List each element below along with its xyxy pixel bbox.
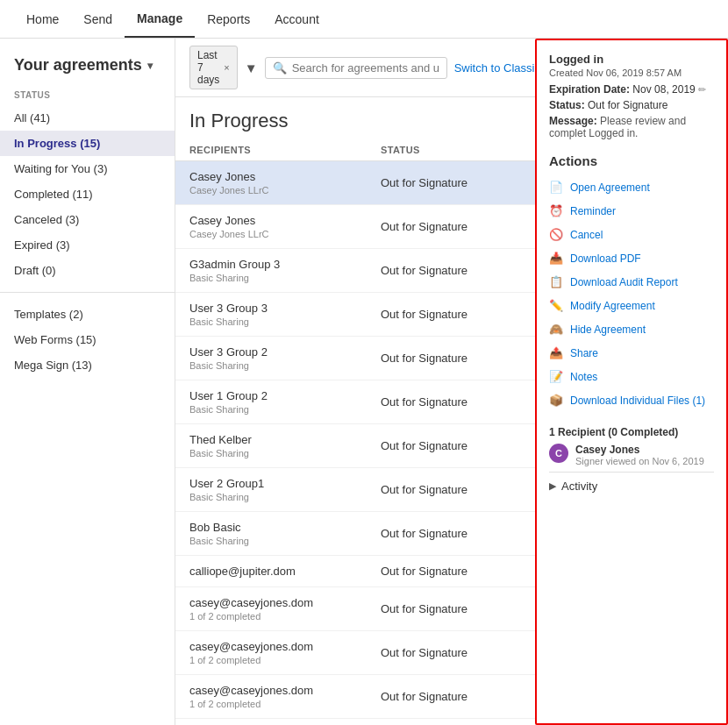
recipient-name: calliope@jupiter.dom — [189, 565, 381, 578]
table-row[interactable]: Thed Kelber Basic Sharing Out for Signat… — [175, 424, 535, 468]
filter-chip: Last 7 days × — [189, 46, 238, 89]
action-item-4[interactable]: 📋 Download Audit Report — [549, 270, 714, 294]
table-row[interactable]: User 2 Group1 Basic Sharing Out for Sign… — [175, 468, 535, 512]
nav-send[interactable]: Send — [71, 2, 125, 37]
sidebar-item-templates[interactable]: Templates (2) — [0, 302, 175, 327]
table-row[interactable]: G3admin Group 3 Basic Sharing Out for Si… — [175, 249, 535, 293]
recipient-sub: Casey Jones LLrC — [189, 229, 381, 239]
table-row[interactable]: casey@caseyjones.dom 1 of 2 completed Ou… — [175, 587, 535, 631]
nav-manage[interactable]: Manage — [125, 1, 195, 38]
sidebar-item-mega-sign[interactable]: Mega Sign (13) — [0, 352, 175, 378]
action-item-6[interactable]: 🙈 Hide Agreement — [549, 317, 714, 341]
table-row[interactable]: User 1 Group 2 Basic Sharing Out for Sig… — [175, 380, 535, 424]
sidebar-item-in-progress[interactable]: In Progress (15) — [0, 131, 175, 156]
status-text: Out for Signature — [381, 646, 521, 659]
table-row[interactable]: casey@caseyjones.dom 1 of 2 completed Ou… — [175, 675, 535, 719]
section-title: In Progress — [175, 97, 535, 139]
actions-title: Actions — [549, 153, 714, 168]
classic-experience-link[interactable]: Switch to Classic Experience — [454, 61, 535, 75]
status-text: Out for Signature — [381, 483, 521, 496]
recipient-info: Casey Jones Casey Jones LLrC — [189, 214, 381, 239]
recipient-info: calliope@jupiter.dom — [189, 565, 381, 578]
sidebar-item-draft[interactable]: Draft (0) — [0, 258, 175, 283]
status-text: Out for Signature — [381, 439, 521, 452]
table-row[interactable]: calliope@jupiter.dom Out for Signature — [175, 556, 535, 587]
panel-created: Created Nov 06, 2019 8:57 AM — [549, 68, 714, 78]
filter-chip-close[interactable]: × — [224, 62, 229, 73]
table-row[interactable]: Casey Jones Casey Jones LLrC Out for Sig… — [175, 161, 535, 205]
sidebar-item-canceled[interactable]: Canceled (3) — [0, 207, 175, 232]
nav-account[interactable]: Account — [262, 2, 332, 37]
sidebar-item-all[interactable]: All (41) — [0, 105, 175, 131]
action-label: Modify Agreement — [570, 300, 655, 312]
status-text: Out for Signature — [381, 395, 521, 409]
actions-list: 📄 Open Agreement ⏰ Reminder 🚫 Cancel 📥 D… — [549, 175, 714, 412]
search-input[interactable] — [292, 61, 439, 75]
right-panel: Logged in Created Nov 06, 2019 8:57 AM E… — [535, 39, 728, 725]
action-icon: 📤 — [549, 346, 563, 359]
action-icon: 🚫 — [549, 228, 563, 241]
recipient-name: Casey Jones — [189, 214, 381, 227]
content-header: Last 7 days × ▼ 🔍 Switch to Classic Expe… — [175, 39, 535, 97]
action-icon: 📥 — [549, 252, 563, 265]
status-text: Out for Signature — [381, 352, 521, 365]
nav-reports[interactable]: Reports — [195, 2, 262, 37]
recipient-sub: Basic Sharing — [189, 404, 381, 415]
action-icon: 📄 — [549, 181, 563, 194]
chevron-right-icon: ▶ — [549, 480, 556, 492]
action-label: Download Audit Report — [570, 276, 678, 288]
recipient-info: casey@caseyjones.dom 1 of 2 completed — [189, 640, 381, 665]
recipient-name: casey@caseyjones.dom — [189, 684, 381, 697]
action-item-9[interactable]: 📦 Download Individual Files (1) — [549, 388, 714, 412]
action-item-5[interactable]: ✏️ Modify Agreement — [549, 294, 714, 317]
table-row[interactable]: Bob Basic Basic Sharing Out for Signatur… — [175, 512, 535, 556]
search-icon: 🔍 — [273, 61, 287, 75]
status-text: Out for Signature — [381, 527, 521, 540]
table-row[interactable]: User 3 Group 2 Basic Sharing Out for Sig… — [175, 337, 535, 380]
recipient-info: User 1 Group 2 Basic Sharing — [189, 389, 381, 415]
status-text: Out for Signature — [381, 264, 521, 277]
recipient-info: G3admin Group 3 Basic Sharing — [189, 258, 381, 283]
recipient-name: G3admin Group 3 — [189, 258, 381, 271]
recipient-info: User 3 Group 2 Basic Sharing — [189, 345, 381, 371]
action-label: Notes — [570, 371, 597, 383]
recipient-name: Thed Kelber — [189, 433, 381, 446]
action-icon: 📦 — [549, 394, 563, 407]
nav-home[interactable]: Home — [14, 2, 71, 37]
action-item-7[interactable]: 📤 Share — [549, 341, 714, 365]
recipient-sub: Basic Sharing — [189, 492, 381, 502]
action-item-2[interactable]: 🚫 Cancel — [549, 223, 714, 246]
action-item-3[interactable]: 📥 Download PDF — [549, 246, 714, 270]
your-agreements-heading[interactable]: Your agreements ▾ — [0, 49, 175, 85]
action-item-8[interactable]: 📝 Notes — [549, 365, 714, 388]
recipient-name: casey@caseyjones.dom — [189, 596, 381, 609]
recipient-name: casey@caseyjones.dom — [189, 640, 381, 653]
recipient-info: User 2 Group1 Basic Sharing — [189, 477, 381, 502]
edit-icon[interactable]: ✏ — [698, 84, 706, 95]
table-row[interactable]: casey@caseyjones.dom 1 of 2 completed Ou… — [175, 631, 535, 675]
sidebar-item-completed[interactable]: Completed (11) — [0, 181, 175, 207]
panel-message-row: Message: Please review and complet Logge… — [549, 115, 714, 139]
sidebar: Your agreements ▾ STATUS All (41) In Pro… — [0, 39, 175, 725]
table-row[interactable]: Casey Jones Casey Jones LLrC Out for Sig… — [175, 205, 535, 249]
action-item-1[interactable]: ⏰ Reminder — [549, 199, 714, 223]
activity-row[interactable]: ▶ Activity — [549, 472, 714, 500]
recipient-info: User 3 Group 3 Basic Sharing — [189, 302, 381, 327]
avatar: C — [549, 444, 568, 463]
sidebar-item-expired[interactable]: Expired (3) — [0, 232, 175, 258]
status-text: Out for Signature — [381, 308, 521, 321]
table-row[interactable]: User 3 Group 3 Basic Sharing Out for Sig… — [175, 293, 535, 337]
recipient-name: User 3 Group 2 — [189, 345, 381, 359]
panel-expiration-date: Nov 08, 2019 — [632, 83, 695, 96]
action-icon: 🙈 — [549, 323, 563, 336]
filter-icon[interactable]: ▼ — [245, 60, 258, 75]
agreements-list: Casey Jones Casey Jones LLrC Out for Sig… — [175, 161, 535, 725]
recipient-detail-sub: Signer viewed on Nov 6, 2019 — [575, 456, 704, 466]
action-item-0[interactable]: 📄 Open Agreement — [549, 175, 714, 199]
status-text: Out for Signature — [381, 690, 521, 703]
sidebar-item-web-forms[interactable]: Web Forms (15) — [0, 327, 175, 352]
sidebar-item-waiting[interactable]: Waiting for You (3) — [0, 156, 175, 181]
action-label: Download Individual Files (1) — [570, 394, 705, 407]
content-area: Last 7 days × ▼ 🔍 Switch to Classic Expe… — [175, 39, 535, 725]
action-icon: 📝 — [549, 370, 563, 383]
